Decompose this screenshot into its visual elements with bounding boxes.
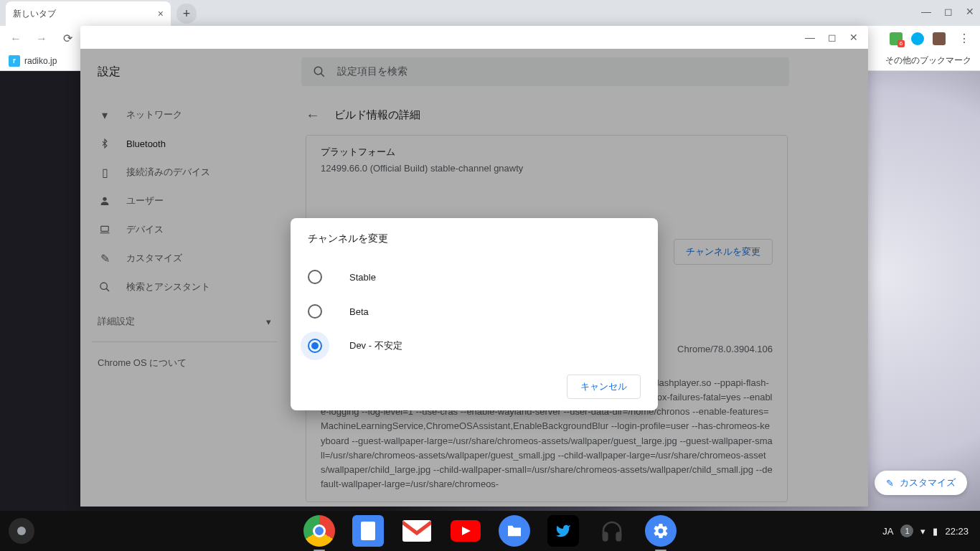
radio-stable[interactable]: Stable (308, 260, 641, 294)
radio-dev[interactable]: Dev - 不安定 (308, 329, 641, 363)
notification-count: 1 (900, 524, 913, 537)
other-bookmarks[interactable]: その他のブックマーク (885, 55, 971, 67)
maximize-icon[interactable]: ◻ (944, 6, 953, 17)
twitter-app-icon[interactable] (547, 515, 579, 547)
minimize-icon[interactable]: — (921, 6, 931, 17)
docs-app-icon[interactable] (352, 515, 384, 547)
wifi-status-icon: ▾ (920, 526, 925, 537)
reload-icon[interactable]: ⟳ (57, 29, 77, 49)
extension-icon-1[interactable]: 6 (890, 32, 903, 45)
close-icon[interactable]: ✕ (849, 32, 858, 43)
bookmark-label: radiko.jp (24, 56, 57, 66)
svg-rect-9 (603, 533, 607, 541)
minimize-icon[interactable]: — (805, 32, 815, 43)
youtube-app-icon[interactable] (450, 515, 481, 547)
browser-tab[interactable]: 新しいタブ × (6, 1, 171, 26)
tab-title: 新しいタブ (13, 8, 56, 20)
svg-rect-10 (617, 533, 621, 541)
ime-indicator: JA (882, 526, 893, 537)
back-icon[interactable]: ← (6, 29, 26, 49)
headphones-app-icon[interactable] (596, 515, 628, 547)
window-controls: — ◻ ✕ (921, 6, 974, 17)
settings-app-icon[interactable] (645, 515, 677, 547)
radio-icon (308, 304, 322, 319)
maximize-icon[interactable]: ◻ (828, 32, 837, 43)
settings-window: — ◻ ✕ 設定 設定項目を検索 ▾ネットワーク Bluetooth ▯接続済み… (80, 26, 868, 507)
extension-icon-3[interactable] (933, 32, 946, 45)
close-icon[interactable]: ✕ (966, 6, 974, 17)
chromeos-shelf: JA 1 ▾ ▮ 22:23 (0, 511, 980, 551)
files-app-icon[interactable] (499, 515, 530, 547)
forward-icon[interactable]: → (32, 29, 52, 49)
radio-icon (308, 339, 322, 353)
launcher-button[interactable] (9, 518, 34, 544)
other-bookmarks-label: その他のブックマーク (885, 55, 971, 65)
pencil-icon: ✎ (886, 478, 894, 489)
gmail-app-icon[interactable] (401, 515, 433, 547)
radio-label: Dev - 不安定 (349, 339, 402, 352)
tab-close-icon[interactable]: × (158, 8, 164, 19)
plus-icon: + (183, 6, 191, 22)
bookmark-radiko[interactable]: r radiko.jp (9, 55, 57, 67)
battery-status-icon: ▮ (933, 526, 938, 537)
launcher-icon (17, 527, 26, 535)
radio-label: Stable (349, 272, 376, 283)
cancel-button[interactable]: キャンセル (567, 375, 641, 399)
dialog-title: チャンネルを変更 (308, 232, 641, 245)
shelf-apps (303, 515, 677, 547)
customize-button[interactable]: ✎ カスタマイズ (875, 471, 967, 495)
change-channel-dialog: チャンネルを変更 Stable Beta Dev - 不安定 キャンセル (291, 218, 658, 410)
extension-icons: 6 ⋮ (890, 29, 974, 49)
clock: 22:23 (945, 526, 969, 537)
tabstrip: 新しいタブ × + — ◻ ✕ (0, 0, 980, 26)
chrome-app-icon[interactable] (303, 515, 335, 547)
new-tab-button[interactable]: + (176, 4, 197, 24)
radiko-favicon-icon: r (9, 55, 20, 67)
radio-beta[interactable]: Beta (308, 294, 641, 329)
radio-icon (308, 270, 322, 284)
menu-icon[interactable]: ⋮ (954, 29, 974, 49)
customize-label: カスタマイズ (900, 476, 956, 489)
status-area[interactable]: JA 1 ▾ ▮ 22:23 (871, 524, 980, 537)
radio-label: Beta (349, 306, 369, 317)
skype-icon[interactable] (911, 32, 924, 45)
settings-window-controls: — ◻ ✕ (80, 26, 868, 49)
